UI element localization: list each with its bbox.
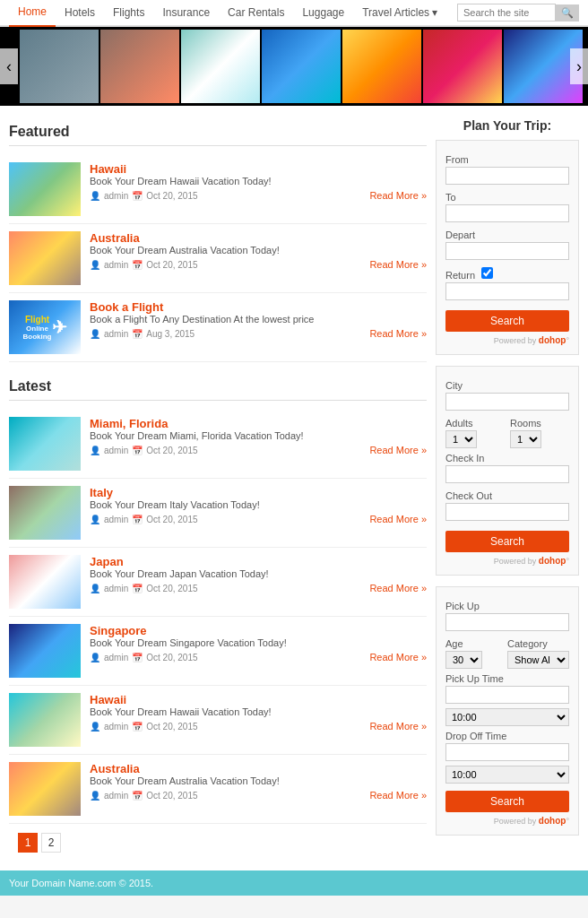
read-more-hawaii2[interactable]: Read More » xyxy=(369,721,427,732)
pagination: 1 2 xyxy=(9,824,427,862)
nav-luggage[interactable]: Luggage xyxy=(293,0,353,26)
latest-desc-japan: Book Your Dream Japan Vacation Today! xyxy=(90,568,427,579)
author-icon-italy xyxy=(90,515,100,524)
featured-body-hawaii: Hawaii Book Your Dream Hawaii Vacation T… xyxy=(90,162,427,201)
pickup-label: Pick Up xyxy=(445,601,569,611)
nav-home[interactable]: Home xyxy=(9,0,56,27)
author-icon-miami xyxy=(90,446,100,455)
read-more-japan[interactable]: Read More » xyxy=(369,583,427,593)
featured-body-australia: Australia Book Your Dream Australia Vaca… xyxy=(90,231,427,270)
rooms-select[interactable]: 1 23 xyxy=(510,430,541,448)
nav-car-rentals[interactable]: Car Rentals xyxy=(219,0,293,26)
latest-title-hawaii2[interactable]: Hawaii xyxy=(90,693,126,706)
author-name-hawaii: admin xyxy=(104,191,128,201)
latest-img-hawaii2 xyxy=(9,693,81,747)
return-input[interactable]: 03.11.15 xyxy=(445,282,569,300)
featured-article-australia: Australia Book Your Dream Australia Vaca… xyxy=(9,224,427,293)
page-2-button[interactable]: 2 xyxy=(41,833,61,853)
depart-input[interactable]: 27.10.15 xyxy=(445,242,569,260)
featured-article-flight: Flight Online Booking ✈ Book a Flight Bo… xyxy=(9,293,427,362)
latest-title-japan[interactable]: Japan xyxy=(90,555,124,568)
dropoff-date-input[interactable]: 03.11.15 xyxy=(445,743,569,761)
latest-body-japan: Japan Book Your Dream Japan Vacation Tod… xyxy=(90,555,427,593)
featured-title-australia[interactable]: Australia xyxy=(90,231,140,245)
checkout-input[interactable]: 28.10.15 xyxy=(445,503,569,521)
author-icon-singapore xyxy=(90,653,100,663)
latest-title-australia2[interactable]: Australia xyxy=(90,762,140,775)
featured-title-hawaii[interactable]: Hawaii xyxy=(90,162,126,176)
image-slider: ‹ › xyxy=(0,27,588,106)
pickup-time-select[interactable]: 10:00 xyxy=(445,708,569,726)
from-input[interactable] xyxy=(445,167,569,185)
author-japan: admin xyxy=(104,584,128,593)
featured-section-header: Featured xyxy=(9,124,427,146)
depart-label: Depart xyxy=(445,230,569,240)
read-more-flight[interactable]: Read More » xyxy=(369,328,427,339)
read-more-italy[interactable]: Read More » xyxy=(369,514,427,524)
latest-article-hawaii2: Hawaii Book Your Dream Hawaii Vacation T… xyxy=(9,686,427,755)
nav-flights[interactable]: Flights xyxy=(104,0,153,26)
date-flight: Aug 3, 2015 xyxy=(146,329,195,339)
featured-title-flight[interactable]: Book a Flight xyxy=(90,300,163,314)
author-icon-2 xyxy=(90,260,100,270)
latest-title-italy[interactable]: Italy xyxy=(90,486,113,499)
return-label: Return xyxy=(445,267,569,281)
latest-section-header: Latest xyxy=(9,378,427,401)
slider-inner xyxy=(0,30,588,103)
nav-insurance[interactable]: Insurance xyxy=(153,0,219,26)
latest-img-italy xyxy=(9,486,81,540)
car-search-button[interactable]: Search xyxy=(445,791,569,812)
cal-icon xyxy=(132,191,143,201)
checkout-label: Check Out xyxy=(445,490,569,501)
cal-icon-australia2 xyxy=(132,791,143,801)
pickup-input[interactable] xyxy=(445,613,569,631)
hotel-search-button[interactable]: Search xyxy=(445,531,569,552)
dropoff-time-select[interactable]: 10:00 xyxy=(445,766,569,784)
latest-title-miami[interactable]: Miami, Florida xyxy=(90,417,168,430)
nav-search-area: 🔍 xyxy=(457,4,579,22)
slider-image-3 xyxy=(181,30,260,103)
date-miami: Oct 20, 2015 xyxy=(146,446,197,455)
return-checkbox[interactable] xyxy=(481,267,493,279)
read-more-singapore[interactable]: Read More » xyxy=(369,652,427,663)
city-input[interactable] xyxy=(445,393,569,411)
flight-search-box: From To Depart 27.10.15 Return 03.11.15 … xyxy=(436,140,579,355)
search-button[interactable]: 🔍 xyxy=(556,4,579,22)
author-name-australia: admin xyxy=(104,260,128,270)
featured-body-flight: Book a Flight Book a Flight To Any Desti… xyxy=(90,300,427,339)
search-input[interactable] xyxy=(457,4,556,22)
latest-meta-singapore: admin Oct 20, 2015 Read More » xyxy=(90,652,427,663)
latest-meta-italy: admin Oct 20, 2015 Read More » xyxy=(90,514,427,524)
latest-title-singapore[interactable]: Singapore xyxy=(90,624,147,637)
slider-next-button[interactable]: › xyxy=(570,48,588,84)
main-nav: Home Hotels Flights Insurance Car Rental… xyxy=(0,0,588,27)
adults-label: Adults xyxy=(445,418,505,429)
latest-article-miami: Miami, Florida Book Your Dream Miami, Fl… xyxy=(9,410,427,479)
nav-travel-articles[interactable]: Travel Articles ▾ xyxy=(353,0,446,26)
pickup-date-input[interactable]: 27.10.15 xyxy=(445,686,569,704)
read-more-miami[interactable]: Read More » xyxy=(369,445,427,455)
flight-search-button[interactable]: Search xyxy=(445,310,569,332)
adults-select[interactable]: 1 23 xyxy=(445,430,477,448)
read-more-australia2[interactable]: Read More » xyxy=(369,790,427,801)
latest-desc-singapore: Book Your Dream Singapore Vacation Today… xyxy=(90,637,427,648)
content-column: Featured Hawaii Book Your Dream Hawaii V… xyxy=(9,115,427,862)
nav-hotels[interactable]: Hotels xyxy=(56,0,104,26)
read-more-hawaii[interactable]: Read More » xyxy=(369,190,427,201)
latest-body-australia2: Australia Book Your Dream Australia Vaca… xyxy=(90,762,427,801)
to-input[interactable] xyxy=(445,204,569,222)
category-select[interactable]: Show Al xyxy=(507,651,569,669)
cal-icon-singapore xyxy=(132,653,143,663)
latest-article-australia2: Australia Book Your Dream Australia Vaca… xyxy=(9,755,427,824)
category-label: Category xyxy=(507,638,569,649)
age-select[interactable]: 30 xyxy=(445,651,482,669)
read-more-australia[interactable]: Read More » xyxy=(369,259,427,270)
sidebar-column: Plan Your Trip: From To Depart 27.10.15 … xyxy=(436,115,579,862)
to-label: To xyxy=(445,192,569,203)
age-label: Age xyxy=(445,638,502,649)
featured-meta-flight: admin Aug 3, 2015 Read More » xyxy=(90,328,427,339)
checkin-input[interactable]: 27.10.15 xyxy=(445,465,569,483)
slider-prev-button[interactable]: ‹ xyxy=(0,48,18,84)
page-1-button[interactable]: 1 xyxy=(18,833,38,853)
latest-meta-japan: admin Oct 20, 2015 Read More » xyxy=(90,583,427,593)
